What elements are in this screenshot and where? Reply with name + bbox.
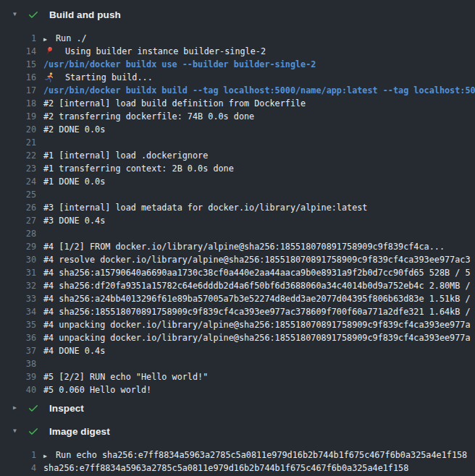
- command-log-text: /usr/bin/docker buildx use --builder bui…: [43, 58, 316, 71]
- section-build-and-push: ▼Build and push1▶Run ./14Using builder i…: [0, 3, 475, 396]
- log-line: 38: [0, 357, 475, 370]
- log-line: 14Using builder instance builder-single-…: [0, 45, 475, 58]
- log-line: 16Starting build...: [0, 71, 475, 84]
- log-line: 25: [0, 188, 475, 201]
- line-number[interactable]: 1: [0, 449, 36, 462]
- log-line: 37#4 DONE 0.4s: [0, 344, 475, 357]
- chevron-down-icon[interactable]: ▼: [13, 3, 22, 26]
- line-number[interactable]: 18: [0, 97, 36, 110]
- line-number[interactable]: 17: [0, 84, 36, 97]
- expand-group-play-icon[interactable]: ▶: [43, 450, 56, 462]
- log-line: 31#4 sha256:a15790640a6690aa1730c38cf0a4…: [0, 266, 475, 279]
- log-text: #4 sha256:185518070891758909c9f839cf4ca3…: [43, 305, 471, 318]
- log-line: 32#4 sha256:df20fa9351a15782c64e6dddb2d4…: [0, 279, 475, 292]
- chevron-right-icon[interactable]: ▶: [13, 396, 22, 420]
- line-number[interactable]: 4: [0, 462, 36, 475]
- log-line: 34#4 sha256:185518070891758909c9f839cf4c…: [0, 305, 475, 318]
- log-text: #2 [internal] load build definition from…: [43, 97, 306, 110]
- line-number[interactable]: 1: [0, 32, 36, 45]
- line-number[interactable]: 22: [0, 149, 36, 162]
- log-text-value: #4 DONE 0.4s: [43, 346, 105, 356]
- line-number[interactable]: 35: [0, 318, 36, 331]
- line-number[interactable]: 38: [0, 357, 36, 370]
- log-line: 1▶Run ./: [0, 32, 475, 45]
- line-number[interactable]: 15: [0, 58, 36, 71]
- log-text: #3 DONE 0.4s: [43, 214, 105, 227]
- log-text: #4 unpacking docker.io/library/alpine@sh…: [43, 331, 471, 344]
- log-text-value: /usr/bin/docker buildx use --builder bui…: [43, 59, 316, 69]
- log-text-value: #5 0.060 Hello world!: [43, 385, 151, 395]
- line-number[interactable]: 29: [0, 240, 36, 253]
- log-text-value: #1 DONE 0.0s: [43, 177, 105, 187]
- log-text-value: Using builder instance builder-single-2: [65, 46, 266, 56]
- log-text: #1 DONE 0.0s: [43, 175, 105, 188]
- line-number[interactable]: 33: [0, 292, 36, 305]
- log-text-value: #4 sha256:df20fa9351a15782c64e6dddb2d4a6…: [43, 281, 471, 291]
- line-number[interactable]: 28: [0, 227, 36, 240]
- log-text-value: #4 resolve docker.io/library/alpine@sha2…: [43, 255, 471, 265]
- log-line: 23#1 transferring context: 2B 0.0s done: [0, 162, 475, 175]
- log-line: 40#5 0.060 Hello world!: [0, 383, 475, 396]
- log-text-value: /usr/bin/docker buildx build --tag local…: [43, 85, 475, 95]
- line-number[interactable]: 16: [0, 71, 36, 84]
- log-text: #2 transferring dockerfile: 74B 0.0s don…: [43, 110, 254, 123]
- expand-group-play-icon[interactable]: ▶: [43, 33, 56, 45]
- log-text-value: sha256:e7ff8834a5963a2785c5a0811e979d16b…: [43, 463, 408, 473]
- log-line: 15/usr/bin/docker buildx use --builder b…: [0, 58, 475, 71]
- section-header-inspect[interactable]: ▶Inspect: [0, 396, 475, 420]
- section-title: Image digest: [49, 426, 110, 437]
- log-line: 26#3 [internal] load metadata for docker…: [0, 201, 475, 214]
- line-number[interactable]: 24: [0, 175, 36, 188]
- runner-icon: [43, 72, 54, 82]
- log-text: #4 sha256:a24bb4013296f61e89ba57005a7b3e…: [43, 292, 471, 305]
- line-number[interactable]: 26: [0, 201, 36, 214]
- line-number[interactable]: 21: [0, 136, 36, 149]
- section-image-digest: ▼Image digest1▶Run echo sha256:e7ff8834a…: [0, 420, 475, 475]
- log-text: #4 resolve docker.io/library/alpine@sha2…: [43, 253, 471, 266]
- line-number[interactable]: 19: [0, 110, 36, 123]
- line-number[interactable]: 40: [0, 383, 36, 396]
- line-number[interactable]: 37: [0, 344, 36, 357]
- log-line: 27#3 DONE 0.4s: [0, 214, 475, 227]
- log-text: #1 [internal] load .dockerignore: [43, 149, 208, 162]
- line-number[interactable]: 39: [0, 370, 36, 383]
- line-number[interactable]: 25: [0, 188, 36, 201]
- log-text-value: #3 DONE 0.4s: [43, 216, 105, 226]
- section-log-body: 1▶Run echo sha256:e7ff8834a5963a2785c5a0…: [0, 443, 475, 475]
- line-number[interactable]: 14: [0, 45, 36, 58]
- actions-log-viewer: ▼Build and push1▶Run ./14Using builder i…: [0, 0, 475, 475]
- log-text: #4 sha256:df20fa9351a15782c64e6dddb2d4a6…: [43, 279, 471, 292]
- pushpin-icon: [43, 46, 54, 56]
- chevron-down-icon[interactable]: ▼: [13, 420, 22, 443]
- log-text: #4 unpacking docker.io/library/alpine@sh…: [43, 318, 471, 331]
- section-header-image-digest[interactable]: ▼Image digest: [0, 420, 475, 443]
- line-number[interactable]: 23: [0, 162, 36, 175]
- log-line: 29#4 [1/2] FROM docker.io/library/alpine…: [0, 240, 475, 253]
- section-header-build-and-push[interactable]: ▼Build and push: [0, 3, 475, 26]
- log-line: 24#1 DONE 0.0s: [0, 175, 475, 188]
- log-text: sha256:e7ff8834a5963a2785c5a0811e979d16b…: [43, 462, 408, 475]
- check-success-icon: [28, 425, 39, 437]
- log-line: 17/usr/bin/docker buildx build --tag loc…: [0, 84, 475, 97]
- log-text: #2 DONE 0.0s: [43, 123, 105, 136]
- line-number[interactable]: 34: [0, 305, 36, 318]
- log-text-value: #4 unpacking docker.io/library/alpine@sh…: [43, 333, 471, 343]
- log-text-value: #1 [internal] load .dockerignore: [43, 150, 208, 161]
- log-text-value: #1 transferring context: 2B 0.0s done: [43, 163, 234, 174]
- line-number[interactable]: 30: [0, 253, 36, 266]
- log-line: 18#2 [internal] load build definition fr…: [0, 97, 475, 110]
- log-text: Using builder instance builder-single-2: [43, 45, 266, 58]
- log-line: 4sha256:e7ff8834a5963a2785c5a0811e979d16…: [0, 462, 475, 475]
- log-text: ▶Run echo sha256:e7ff8834a5963a2785c5a08…: [43, 449, 467, 462]
- log-text-value: #4 sha256:a24bb4013296f61e89ba57005a7b3e…: [43, 294, 471, 304]
- log-line: 36#4 unpacking docker.io/library/alpine@…: [0, 331, 475, 344]
- line-number[interactable]: 32: [0, 279, 36, 292]
- log-text-value: #4 sha256:185518070891758909c9f839cf4ca3…: [43, 307, 471, 317]
- line-number[interactable]: 31: [0, 266, 36, 279]
- line-number[interactable]: 20: [0, 123, 36, 136]
- line-number[interactable]: 36: [0, 331, 36, 344]
- log-line: 20#2 DONE 0.0s: [0, 123, 475, 136]
- line-number[interactable]: 27: [0, 214, 36, 227]
- log-text: #3 [internal] load metadata for docker.i…: [43, 201, 367, 214]
- section-inspect: ▶Inspect: [0, 396, 475, 420]
